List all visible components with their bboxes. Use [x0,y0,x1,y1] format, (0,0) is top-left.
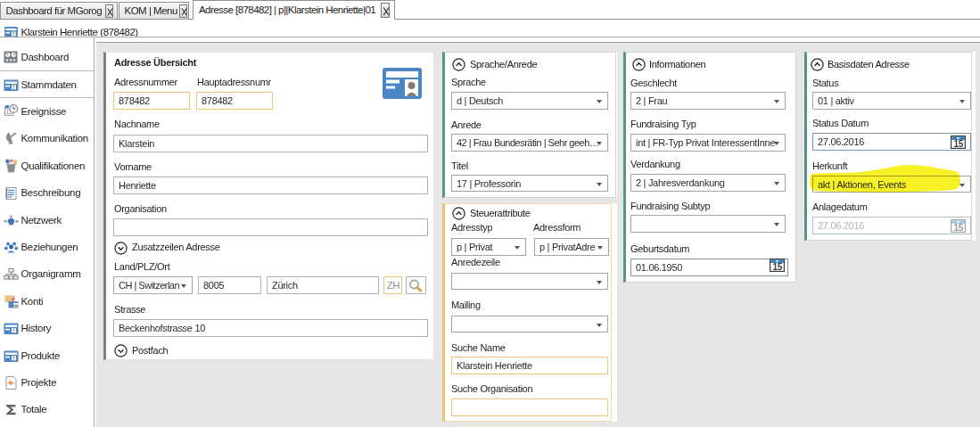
svg-text:15: 15 [954,223,964,233]
svg-text:15: 15 [954,139,964,149]
svg-text:15: 15 [773,262,783,272]
